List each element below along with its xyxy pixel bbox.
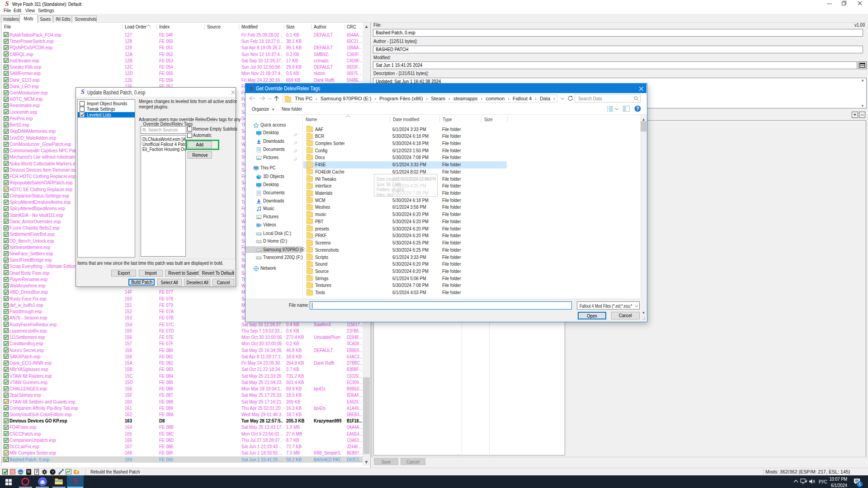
svg-text:S: S bbox=[73, 477, 77, 486]
svg-text:S: S bbox=[81, 89, 85, 95]
svg-text:S: S bbox=[5, 0, 9, 7]
svg-text:?: ? bbox=[636, 106, 639, 111]
svg-text:?: ? bbox=[52, 469, 54, 474]
svg-text:S: S bbox=[250, 85, 253, 92]
